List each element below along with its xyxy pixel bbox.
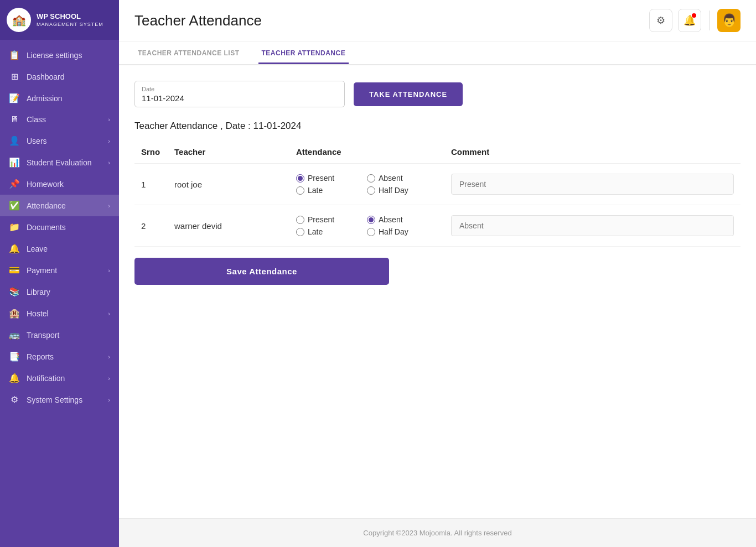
sidebar-label-homework: Homework: [27, 180, 64, 189]
sidebar-label-documents: Documents: [27, 223, 66, 232]
srno-cell: 1: [134, 164, 168, 205]
absent-radio-label-1[interactable]: Absent: [367, 174, 438, 183]
sidebar-logo[interactable]: 🏫 WP SCHOOL MANAGEMENT SYSTEM: [0, 0, 119, 40]
present-radio-label-2[interactable]: Present: [296, 215, 367, 224]
col-header-srno: Srno: [134, 142, 168, 164]
sidebar-item-reports[interactable]: 📑 Reports ›: [0, 346, 119, 367]
avatar-button[interactable]: 👨: [717, 9, 741, 32]
transport-icon: 🚌: [9, 330, 20, 340]
attendance-cell[interactable]: Present Absent Late Half Day: [289, 164, 444, 205]
sidebar-item-student-eval[interactable]: 📊 Student Evaluation ›: [0, 152, 119, 173]
sidebar-item-hostel[interactable]: 🏨 Hostel ›: [0, 303, 119, 324]
late-radio-2[interactable]: [296, 228, 304, 236]
sidebar-item-users[interactable]: 👤 Users ›: [0, 130, 119, 152]
tab-teacher-attendance[interactable]: TEACHER ATTENDANCE: [258, 41, 349, 64]
sidebar-label-admission: Admission: [27, 94, 63, 103]
halfday-label-1: Half Day: [379, 186, 408, 195]
sidebar-item-notification[interactable]: 🔔 Notification ›: [0, 367, 119, 389]
sidebar-item-homework[interactable]: 📌 Homework: [0, 173, 119, 195]
table-row: 1 root joe Present Absent Late Half D: [134, 164, 741, 205]
logo-subtitle: MANAGEMENT SYSTEM: [37, 22, 103, 28]
sidebar-item-leave[interactable]: 🔔 Leave: [0, 238, 119, 259]
absent-radio-label-2[interactable]: Absent: [367, 215, 438, 224]
table-row: 2 warner devid Present Absent Late Ha: [134, 205, 741, 247]
comment-input-2[interactable]: [451, 215, 734, 236]
library-icon: 📚: [9, 286, 20, 297]
notification-icon: 🔔: [9, 373, 20, 383]
notifications-button[interactable]: 🔔: [678, 9, 701, 32]
system-settings-icon: ⚙: [9, 394, 20, 405]
top-bar: Teacher Attendance ⚙ 🔔 👨: [119, 0, 756, 41]
late-radio-label-2[interactable]: Late: [296, 227, 367, 236]
halfday-label-2: Half Day: [379, 227, 408, 236]
main-content: Teacher Attendance ⚙ 🔔 👨 TEACHER ATTENDA…: [119, 0, 756, 547]
arrow-icon-users: ›: [108, 138, 110, 144]
attendance-cell[interactable]: Present Absent Late Half Day: [289, 205, 444, 247]
halfday-radio-1[interactable]: [367, 186, 375, 195]
sidebar-item-documents[interactable]: 📁 Documents: [0, 216, 119, 238]
col-header-attendance: Attendance: [289, 142, 444, 164]
sidebar-item-license[interactable]: 📋 License settings: [0, 44, 119, 66]
sidebar-item-dashboard[interactable]: ⊞ Dashboard: [0, 66, 119, 87]
sidebar-nav: 📋 License settings ⊞ Dashboard 📝 Admissi…: [0, 40, 119, 547]
attendance-icon: ✅: [9, 200, 20, 211]
sidebar-label-student-eval: Student Evaluation: [27, 158, 92, 167]
tab-attendance-list[interactable]: TEACHER ATTENDANCE LIST: [134, 41, 243, 64]
sidebar-item-admission[interactable]: 📝 Admission: [0, 87, 119, 109]
avatar-icon: 👨: [722, 13, 737, 28]
col-header-teacher: Teacher: [168, 142, 289, 164]
take-attendance-button[interactable]: TAKE ATTENDANCE: [354, 82, 463, 106]
present-radio-label-1[interactable]: Present: [296, 174, 367, 183]
absent-label-2: Absent: [379, 215, 403, 224]
content-area: Date 11-01-2024 TAKE ATTENDANCE Teacher …: [119, 65, 756, 518]
halfday-radio-label-1[interactable]: Half Day: [367, 186, 438, 195]
arrow-icon-notification: ›: [108, 375, 110, 382]
sidebar-item-payment[interactable]: 💳 Payment ›: [0, 259, 119, 281]
sidebar-label-system-settings: System Settings: [27, 395, 82, 404]
sidebar-item-system-settings[interactable]: ⚙ System Settings ›: [0, 389, 119, 410]
sidebar-label-users: Users: [27, 137, 47, 145]
comment-cell[interactable]: [444, 164, 741, 205]
date-input-wrap[interactable]: Date 11-01-2024: [134, 81, 345, 107]
arrow-icon-reports: ›: [108, 353, 110, 360]
halfday-radio-label-2[interactable]: Half Day: [367, 227, 438, 236]
payment-icon: 💳: [9, 265, 20, 275]
present-radio-1[interactable]: [296, 174, 304, 183]
comment-input-1[interactable]: [451, 174, 734, 195]
save-attendance-button[interactable]: Save Attendance: [134, 258, 389, 285]
settings-button[interactable]: ⚙: [649, 9, 672, 32]
sidebar-item-transport[interactable]: 🚌 Transport: [0, 324, 119, 346]
sidebar-item-attendance[interactable]: ✅ Attendance ›: [0, 195, 119, 216]
late-radio-label-1[interactable]: Late: [296, 186, 367, 195]
divider: [709, 11, 710, 30]
date-value: 11-01-2024: [142, 93, 184, 103]
absent-radio-1[interactable]: [367, 174, 375, 183]
present-radio-2[interactable]: [296, 216, 304, 224]
arrow-icon-system-settings: ›: [108, 397, 110, 403]
sidebar-label-reports: Reports: [27, 352, 54, 361]
teacher-name-cell: root joe: [168, 164, 289, 205]
footer: Copyright ©2023 Mojoomla. All rights res…: [119, 518, 756, 547]
sidebar-label-class: Class: [27, 115, 46, 124]
sidebar-item-class[interactable]: 🖥 Class ›: [0, 109, 119, 130]
homework-icon: 📌: [9, 179, 20, 189]
hostel-icon: 🏨: [9, 308, 20, 319]
arrow-icon-student-eval: ›: [108, 159, 110, 166]
comment-cell[interactable]: [444, 205, 741, 247]
teacher-name-cell: warner devid: [168, 205, 289, 247]
gear-icon: ⚙: [656, 14, 665, 27]
license-icon: 📋: [9, 50, 20, 60]
sidebar-label-transport: Transport: [27, 331, 59, 340]
late-radio-1[interactable]: [296, 186, 304, 195]
arrow-icon-attendance: ›: [108, 202, 110, 209]
sidebar-label-notification: Notification: [27, 374, 65, 383]
attendance-heading: Teacher Attendance , Date : 11-01-2024: [134, 121, 741, 132]
sidebar-item-library[interactable]: 📚 Library: [0, 281, 119, 303]
col-header-comment: Comment: [444, 142, 741, 164]
sidebar-label-payment: Payment: [27, 266, 57, 275]
logo-icon: 🏫: [7, 8, 31, 32]
arrow-icon-class: ›: [108, 116, 110, 123]
arrow-icon-hostel: ›: [108, 310, 110, 317]
halfday-radio-2[interactable]: [367, 228, 375, 236]
absent-radio-2[interactable]: [367, 216, 375, 224]
